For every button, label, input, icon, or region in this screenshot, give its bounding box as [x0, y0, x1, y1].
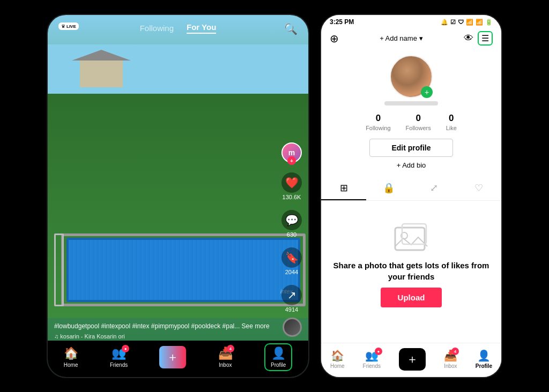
profile-stats: 0 Following 0 Followers 0 Like	[366, 113, 457, 131]
tab-liked[interactable]: ⤢	[411, 177, 456, 200]
share-icon-item[interactable]: ↗ 4914	[281, 285, 302, 313]
follow-plus-badge: +	[287, 156, 296, 165]
avatar-wrap: +	[390, 55, 433, 98]
nav-home[interactable]: 🏠 Home	[64, 346, 78, 368]
status-icons: 🔔 ☑ 🛡 📶 📶 🔋	[441, 19, 493, 26]
profile-nav: ⊕ + Add name ▾ 👁 ☰	[321, 27, 501, 50]
tab-following[interactable]: Following	[140, 24, 174, 33]
stat-likes: 0 Like	[446, 113, 457, 131]
comment-icon-item[interactable]: 💬 630	[281, 210, 302, 238]
nav-profile[interactable]: 👤 Profile	[264, 343, 292, 371]
photo-placeholder-icon	[392, 222, 430, 254]
profile-right-icons: 👁 ☰	[464, 31, 493, 46]
r-inbox-label: Inbox	[444, 363, 457, 369]
stat-following: 0 Following	[366, 113, 390, 131]
music-disc	[283, 318, 302, 337]
likes-count: 0	[449, 113, 454, 124]
video-info: #lowbudgetpool #intexpool #intex #pimpmy…	[54, 321, 276, 340]
status-time: 3:25 PM	[330, 18, 354, 26]
profile-tabs: ⊞ 🔒 ⤢ ♡	[321, 177, 501, 201]
right-phone: 3:25 PM 🔔 ☑ 🛡 📶 📶 🔋 ⊕ + Add name ▾ 👁 ☰	[320, 14, 502, 378]
upload-button[interactable]: Upload	[381, 288, 442, 307]
profile-icon: 👤	[271, 346, 286, 360]
tab-favorited[interactable]: ♡	[456, 177, 501, 200]
shield-icon: 🛡	[458, 19, 464, 25]
heart-icon: ❤️	[281, 172, 302, 193]
tab-foryou[interactable]: For You	[187, 22, 216, 34]
comment-icon: 💬	[281, 210, 302, 230]
nav-tabs: Following For You	[140, 22, 217, 34]
r-friends-label: Friends	[363, 363, 381, 369]
heart-icon-item[interactable]: ❤️ 130.6K	[281, 172, 302, 200]
avatar-edit-button[interactable]: +	[421, 86, 433, 98]
username-placeholder	[384, 101, 438, 105]
search-icon[interactable]: 🔍	[284, 22, 298, 35]
menu-button[interactable]: ☰	[478, 31, 493, 46]
nav-inbox[interactable]: 📥 4 Inbox	[218, 346, 233, 368]
crown-icon: ♛	[61, 24, 65, 29]
r-home-icon: 🏠	[331, 349, 344, 362]
add-icon[interactable]: ＋	[159, 346, 186, 368]
live-badge[interactable]: ♛ LIVE	[58, 22, 79, 30]
home-icon: 🏠	[64, 346, 78, 360]
nav-add[interactable]: ＋	[159, 346, 186, 368]
creator-avatar-item[interactable]: m +	[281, 142, 302, 163]
live-label: LIVE	[66, 24, 76, 29]
comment-count: 630	[287, 231, 296, 238]
battery-icon: 🔋	[485, 19, 493, 26]
eye-icon[interactable]: 👁	[464, 33, 473, 44]
right-action-icons: m + ❤️ 130.6K 💬 630 🔖 2044 ↗ 4914	[281, 142, 302, 313]
add-bio-button[interactable]: + Add bio	[397, 161, 426, 169]
friends-label: Friends	[110, 362, 128, 368]
edit-profile-button[interactable]: Edit profile	[369, 139, 452, 157]
r-friends-badge: ●	[375, 348, 382, 355]
music-info: ♫ kosarin - Kira Kosarin ori	[54, 333, 276, 340]
rnav-home[interactable]: 🏠 Home	[330, 349, 345, 369]
r-profile-label: Profile	[476, 363, 492, 369]
rnav-profile[interactable]: 👤 Profile	[476, 349, 492, 369]
r-home-label: Home	[330, 363, 345, 369]
empty-state: Share a photo that gets lots of likes fr…	[321, 212, 501, 318]
left-phone: intex ♛ LIVE Following For You 🔍	[47, 14, 309, 378]
stat-followers: 0 Followers	[406, 113, 431, 131]
home-label: Home	[64, 362, 78, 368]
profile-content: + 0 Following 0 Followers 0 Like Edi	[321, 50, 501, 343]
left-bottom-nav: 🏠 Home 👥 ● Friends ＋ 📥 4 Inbox 👤 Profile	[48, 341, 308, 377]
left-top-nav: ♛ LIVE Following For You 🔍	[48, 15, 308, 38]
bookmark-icon: 🔖	[281, 247, 302, 268]
app-container: intex ♛ LIVE Following For You 🔍	[0, 0, 549, 392]
share-icon: ↗	[281, 285, 302, 305]
nav-friends[interactable]: 👥 ● Friends	[110, 346, 128, 368]
bookmark-count: 2044	[285, 269, 298, 275]
empty-state-title: Share a photo that gets lots of likes fr…	[332, 260, 491, 282]
heart-count: 130.6K	[283, 194, 301, 200]
checkbox-icon: ☑	[450, 19, 456, 26]
add-user-icon[interactable]: ⊕	[330, 32, 339, 45]
following-label: Following	[366, 125, 390, 131]
heart-outline-icon: ♡	[474, 182, 483, 194]
r-profile-icon: 👤	[477, 349, 491, 362]
right-bottom-nav: 🏠 Home 👥 ● Friends ＋ 📥 4 Inbox 👤 Profile	[321, 343, 501, 377]
bookmark-icon-item[interactable]: 🔖 2044	[281, 247, 302, 275]
followers-count: 0	[416, 113, 420, 124]
status-bar: 3:25 PM 🔔 ☑ 🛡 📶 📶 🔋	[321, 15, 501, 27]
likes-label: Like	[446, 125, 457, 131]
followers-label: Followers	[406, 125, 431, 131]
add-name-button[interactable]: + Add name ▾	[380, 34, 423, 42]
grid-icon: ⊞	[340, 182, 348, 194]
rnav-add[interactable]: ＋	[399, 348, 426, 371]
rnav-friends[interactable]: 👥 ● Friends	[363, 349, 381, 369]
add-name-label: + Add name	[380, 34, 417, 42]
inbox-label: Inbox	[219, 362, 232, 368]
profile-label: Profile	[271, 362, 286, 368]
rnav-inbox[interactable]: 📥 4 Inbox	[444, 349, 457, 369]
lock-icon: 🔒	[383, 182, 395, 194]
tab-videos[interactable]: ⊞	[321, 177, 366, 200]
following-count: 0	[376, 113, 381, 124]
tab-locked[interactable]: 🔒	[366, 177, 411, 200]
creator-avatar: m +	[281, 142, 302, 163]
chevron-icon: ▾	[419, 34, 423, 42]
notification-icon: 🔔	[441, 19, 448, 26]
share-count: 4914	[285, 306, 298, 313]
r-add-icon[interactable]: ＋	[399, 348, 426, 371]
